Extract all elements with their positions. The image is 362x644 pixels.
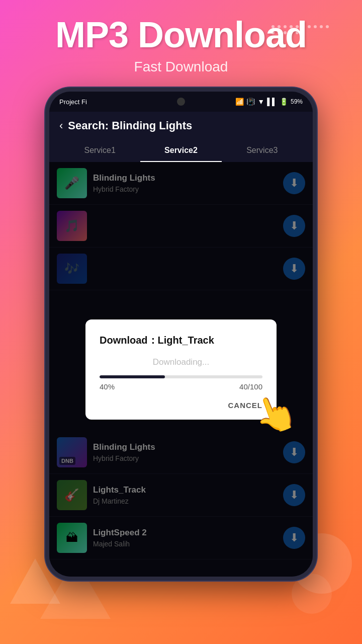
carrier-text: Project Fi	[59, 98, 87, 106]
app-content: ‹ Search: Blinding Lights Service1 Servi…	[49, 112, 313, 577]
progress-bar-fill	[100, 375, 165, 378]
progress-count-label: 40/100	[239, 382, 262, 391]
status-bar: Project Fi 📶 📳 ▼ ▌▌ 🔋 59%	[49, 92, 313, 112]
app-subtitle: Fast Download	[10, 59, 352, 75]
phone-screen: Project Fi 📶 📳 ▼ ▌▌ 🔋 59% ‹ Search: Blin…	[45, 88, 317, 581]
hand-cursor-decoration: 👆	[247, 387, 303, 441]
modal-title: Download：Light_Track	[100, 334, 262, 347]
download-modal: Download：Light_Track Downloading... 40% …	[85, 319, 277, 420]
tab-service2[interactable]: Service2	[140, 140, 221, 162]
progress-container: 40% 40/100	[100, 375, 262, 391]
battery-icon: 🔋	[280, 98, 288, 106]
bluetooth-icon: 📶	[235, 98, 244, 106]
search-title: Search: Blinding Lights	[68, 119, 192, 132]
header-nav: ‹ Search: Blinding Lights	[59, 119, 303, 132]
app-title: MP3 Download	[10, 15, 352, 55]
tab-service3[interactable]: Service3	[222, 140, 303, 162]
tabs-container: Service1 Service2 Service3	[59, 140, 303, 162]
progress-percent-label: 40%	[100, 382, 115, 391]
camera-notch	[177, 98, 185, 106]
tab-service1[interactable]: Service1	[59, 140, 140, 162]
wifi-icon: ▼	[257, 98, 264, 106]
progress-labels: 40% 40/100	[100, 382, 262, 391]
progress-bar-background	[100, 375, 262, 378]
signal-icon: ▌▌	[267, 98, 277, 106]
modal-overlay: Download：Light_Track Downloading... 40% …	[49, 162, 313, 577]
modal-status: Downloading...	[100, 357, 262, 367]
phone-frame-wrapper: Project Fi 📶 📳 ▼ ▌▌ 🔋 59% ‹ Search: Blin…	[45, 88, 317, 581]
track-list: 🎤 Blinding Lights Hybrid Factory ⬇ 🎵	[49, 162, 313, 577]
top-branding: MP3 Download Fast Download	[0, 0, 362, 85]
status-icons: 📶 📳 ▼ ▌▌ 🔋 59%	[235, 98, 303, 106]
back-button[interactable]: ‹	[59, 119, 63, 132]
vibrate-icon: 📳	[246, 98, 255, 106]
modal-actions: CANCEL	[100, 401, 262, 410]
header: ‹ Search: Blinding Lights Service1 Servi…	[49, 112, 313, 162]
battery-text: 59%	[291, 98, 303, 105]
